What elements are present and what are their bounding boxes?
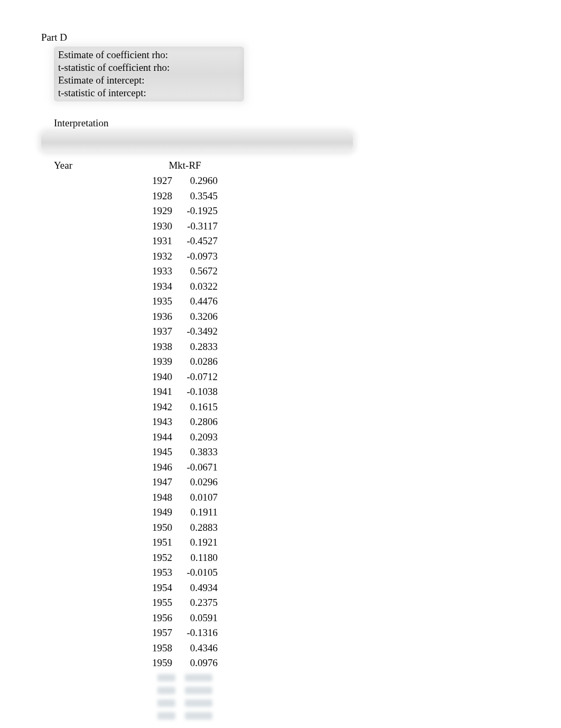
- cell-year: 1939: [54, 354, 177, 370]
- cell-year: 1953: [54, 565, 177, 580]
- cell-mkt-rf: 0.1180: [177, 550, 218, 566]
- document-page: Part D Estimate of coefficient rho: t-st…: [0, 0, 561, 725]
- cell-mkt-rf: -0.0105: [177, 565, 218, 580]
- cell-mkt-rf: 0.2883: [177, 520, 218, 536]
- table-row: 19450.3833: [54, 445, 561, 460]
- cell-mkt-rf: 0.2833: [177, 339, 218, 355]
- table-row: 1930-0.3117: [54, 219, 561, 234]
- cell-mkt-rf: 0.2375: [177, 595, 218, 611]
- table-row: 1931-0.4527: [54, 234, 561, 249]
- table-row: 19560.0591: [54, 611, 561, 626]
- table-body: 19270.296019280.35451929-0.19251930-0.31…: [54, 173, 561, 671]
- cell-year: 1959: [54, 656, 177, 671]
- cell-year: 1940: [54, 370, 177, 385]
- rho-coef-label: Estimate of coefficient rho:: [58, 49, 244, 61]
- cell-mkt-rf: 0.1911: [177, 505, 218, 520]
- cell-year: 1944: [54, 430, 177, 445]
- cell-mkt-rf: 0.0286: [177, 354, 218, 370]
- intercept-tstat-label: t-statistic of intercept:: [58, 87, 244, 99]
- col-header-mkt-rf: Mkt-RF: [158, 160, 211, 171]
- cell-year: 1938: [54, 339, 177, 355]
- table-row: 1957-0.1316: [54, 625, 561, 641]
- table-row: 19470.0296: [54, 475, 561, 490]
- rho-tstat-label: t-statistic of coefficient rho:: [58, 61, 244, 74]
- cell-year: 1942: [54, 400, 177, 415]
- cell-mkt-rf: -0.3492: [177, 324, 218, 339]
- table-row: 1937-0.3492: [54, 324, 561, 339]
- table-row: 1946-0.0671: [54, 460, 561, 475]
- cell-year: 1949: [54, 505, 177, 520]
- cell-mkt-rf: -0.1925: [177, 204, 218, 219]
- cell-mkt-rf: 0.0107: [177, 490, 218, 505]
- cell-year: 1932: [54, 249, 177, 264]
- cell-mkt-rf: -0.1316: [177, 625, 218, 641]
- cell-mkt-rf: 0.3206: [177, 309, 218, 325]
- cell-mkt-rf: 0.3545: [177, 189, 218, 204]
- cell-year: 1943: [54, 414, 177, 430]
- table-row: 19520.1180: [54, 550, 561, 566]
- cell-mkt-rf: -0.0973: [177, 249, 218, 264]
- table-row: 19340.0322: [54, 279, 561, 294]
- table-row: 19380.2833: [54, 339, 561, 355]
- interpretation-blurred-area: [41, 132, 353, 151]
- table-row: 1941-0.1038: [54, 384, 561, 400]
- cell-mkt-rf: -0.3117: [177, 219, 218, 234]
- cell-mkt-rf: 0.2093: [177, 430, 218, 445]
- table-row: 19350.4476: [54, 294, 561, 309]
- cell-year: 1927: [54, 173, 177, 189]
- cell-year: 1935: [54, 294, 177, 309]
- cell-mkt-rf: 0.0322: [177, 279, 218, 294]
- part-heading: Part D: [41, 32, 561, 43]
- cell-year: 1952: [54, 550, 177, 566]
- cell-year: 1950: [54, 520, 177, 536]
- table-row: 19430.2806: [54, 414, 561, 430]
- cell-year: 1936: [54, 309, 177, 325]
- table-row: 1929-0.1925: [54, 204, 561, 219]
- stats-field-block: Estimate of coefficient rho: t-statistic…: [54, 47, 244, 102]
- cell-year: 1931: [54, 234, 177, 249]
- cell-year: 1951: [54, 535, 177, 550]
- col-header-year: Year: [54, 160, 158, 171]
- cell-year: 1937: [54, 324, 177, 339]
- table-row: 19490.1911: [54, 505, 561, 520]
- cell-year: 1941: [54, 384, 177, 400]
- cell-year: 1930: [54, 219, 177, 234]
- table-row: 19420.1615: [54, 400, 561, 415]
- interpretation-heading: Interpretation: [54, 117, 561, 129]
- cell-mkt-rf: 0.2960: [177, 173, 218, 189]
- cell-mkt-rf: 0.2806: [177, 414, 218, 430]
- cell-year: 1928: [54, 189, 177, 204]
- table-row: 19540.4934: [54, 580, 561, 596]
- cell-year: 1948: [54, 490, 177, 505]
- cell-mkt-rf: 0.4476: [177, 294, 218, 309]
- cell-year: 1958: [54, 641, 177, 656]
- cell-mkt-rf: 0.0296: [177, 475, 218, 490]
- table-row: 19270.2960: [54, 173, 561, 189]
- cell-year: 1954: [54, 580, 177, 596]
- cell-mkt-rf: 0.0976: [177, 656, 218, 671]
- table-row: 19390.0286: [54, 354, 561, 370]
- cell-mkt-rf: -0.0712: [177, 370, 218, 385]
- table-row: 19280.3545: [54, 189, 561, 204]
- table-row: 19550.2375: [54, 595, 561, 611]
- data-table: Year Mkt-RF 19270.296019280.35451929-0.1…: [54, 160, 561, 725]
- cell-mkt-rf: 0.1921: [177, 535, 218, 550]
- cell-year: 1945: [54, 445, 177, 460]
- table-row: 1940-0.0712: [54, 370, 561, 385]
- cell-mkt-rf: 0.1615: [177, 400, 218, 415]
- cell-mkt-rf: -0.0671: [177, 460, 218, 475]
- table-row: 1932-0.0973: [54, 249, 561, 264]
- cell-mkt-rf: 0.4934: [177, 580, 218, 596]
- cell-year: 1956: [54, 611, 177, 626]
- table-row: 19580.4346: [54, 641, 561, 656]
- cell-year: 1947: [54, 475, 177, 490]
- cell-mkt-rf: 0.4346: [177, 641, 218, 656]
- intercept-est-label: Estimate of intercept:: [58, 74, 244, 87]
- table-header-row: Year Mkt-RF: [54, 160, 561, 171]
- cell-year: 1955: [54, 595, 177, 611]
- table-row: 19440.2093: [54, 430, 561, 445]
- cell-mkt-rf: 0.5672: [177, 264, 218, 279]
- cell-mkt-rf: 0.3833: [177, 445, 218, 460]
- table-row: 19330.5672: [54, 264, 561, 279]
- cell-mkt-rf: 0.0591: [177, 611, 218, 626]
